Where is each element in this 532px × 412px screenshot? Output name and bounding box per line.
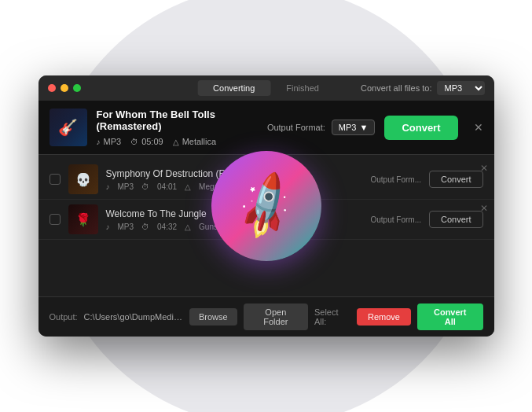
active-song-artist: △ Metallica xyxy=(173,137,216,146)
browse-button[interactable]: Browse xyxy=(189,308,237,326)
song-2-meta: ♪ MP3 ⏱ 04:32 △ Guns N' Roses xyxy=(106,223,363,231)
music-icon: ♪ xyxy=(97,138,101,146)
song-1-artist-icon: △ xyxy=(185,182,191,191)
song-2-format: MP3 xyxy=(118,223,134,231)
active-song-format: ♪ MP3 xyxy=(97,137,122,146)
open-folder-button[interactable]: Open Folder xyxy=(244,303,308,330)
song-2-artist-icon: △ xyxy=(185,223,191,231)
dropdown-chevron-icon: ▼ xyxy=(359,123,368,132)
table-row: Welcome To The Jungle ♪ MP3 ⏱ 04:32 △ Gu… xyxy=(39,200,494,240)
song-2-album-art xyxy=(68,204,98,234)
song-2-duration: 04:32 xyxy=(157,223,177,231)
song-2-artist: Guns N' Roses xyxy=(199,223,251,231)
title-bar: Converting Finished Convert all files to… xyxy=(39,75,494,101)
remove-button[interactable]: Remove xyxy=(357,308,411,326)
song-1-convert-button[interactable]: Convert xyxy=(429,171,483,188)
convert-all-button[interactable]: Convert All xyxy=(417,303,483,330)
active-song-meta: ♪ MP3 ⏱ 05:09 △ Metallica xyxy=(97,137,258,146)
minimize-window-dot[interactable] xyxy=(61,84,68,92)
song-1-album-art xyxy=(68,164,98,194)
app-window: Converting Finished Convert all files to… xyxy=(39,75,494,337)
tab-bar: Converting Finished xyxy=(197,80,335,96)
song-1-format: MP3 xyxy=(118,182,134,191)
bottom-bar: Output: C:\Users\go\DumpMedia\... Browse… xyxy=(39,296,494,337)
song-1-clock-icon: ⏱ xyxy=(141,182,149,191)
select-all-label: Select All: xyxy=(314,307,350,326)
song-list: Symphony Of Destruction (Remastered 2012… xyxy=(39,155,494,296)
active-song-duration: ⏱ 05:09 xyxy=(130,137,163,146)
song-1-title: Symphony Of Destruction (Remastered 2012… xyxy=(106,168,363,179)
output-format-label: Output Format: xyxy=(267,123,325,132)
active-song-album-art xyxy=(50,109,87,146)
song-1-output-format: Output Form... xyxy=(371,175,421,184)
maximize-window-dot[interactable] xyxy=(73,84,81,92)
song-1-close-icon[interactable]: ✕ xyxy=(480,163,488,174)
song-2-checkbox[interactable] xyxy=(50,214,61,225)
global-format-select[interactable]: MP3 AAC FLAC WAV xyxy=(437,81,485,95)
song-1-artist: Megadeth xyxy=(199,182,233,191)
song-1-meta: ♪ MP3 ⏱ 04:01 △ Megadeth xyxy=(106,182,363,191)
song-2-clock-icon: ⏱ xyxy=(141,223,149,231)
song-2-output-format: Output Form... xyxy=(371,215,421,224)
song-2-info: Welcome To The Jungle ♪ MP3 ⏱ 04:32 △ Gu… xyxy=(106,208,363,231)
song-2-format-icon: ♪ xyxy=(106,223,110,231)
output-format-section: Output Format: MP3 ▼ xyxy=(267,120,376,135)
output-format-dropdown[interactable]: MP3 ▼ xyxy=(332,120,376,135)
window-controls xyxy=(48,84,81,92)
convert-all-format-section: Convert all files to: MP3 AAC FLAC WAV xyxy=(361,81,484,95)
active-song-row: For Whom The Bell Tolls (Remastered) ♪ M… xyxy=(39,101,494,155)
song-2-close-icon[interactable]: ✕ xyxy=(480,203,488,214)
active-song-info: For Whom The Bell Tolls (Remastered) ♪ M… xyxy=(97,109,258,146)
output-path: C:\Users\go\DumpMedia\... xyxy=(84,312,183,322)
tab-converting[interactable]: Converting xyxy=(197,80,270,96)
close-window-dot[interactable] xyxy=(48,84,56,92)
song-2-convert-button[interactable]: Convert xyxy=(429,211,483,228)
convert-button[interactable]: Convert xyxy=(384,116,457,140)
artist-icon: △ xyxy=(173,138,179,146)
song-2-title: Welcome To The Jungle xyxy=(106,208,363,219)
table-row: Symphony Of Destruction (Remastered 2012… xyxy=(39,160,494,200)
tab-finished[interactable]: Finished xyxy=(270,80,335,96)
song-1-duration: 04:01 xyxy=(157,182,177,191)
app-window-wrapper: Converting Finished Convert all files to… xyxy=(39,75,494,337)
song-1-format-icon: ♪ xyxy=(106,182,110,191)
song-1-info: Symphony Of Destruction (Remastered 2012… xyxy=(106,168,363,191)
active-song-close-icon[interactable]: ✕ xyxy=(474,121,483,134)
active-song-title: For Whom The Bell Tolls (Remastered) xyxy=(97,109,258,132)
clock-icon: ⏱ xyxy=(130,138,138,146)
song-1-checkbox[interactable] xyxy=(50,174,61,185)
output-label: Output: xyxy=(50,312,78,322)
convert-all-label: Convert all files to: xyxy=(361,83,431,93)
